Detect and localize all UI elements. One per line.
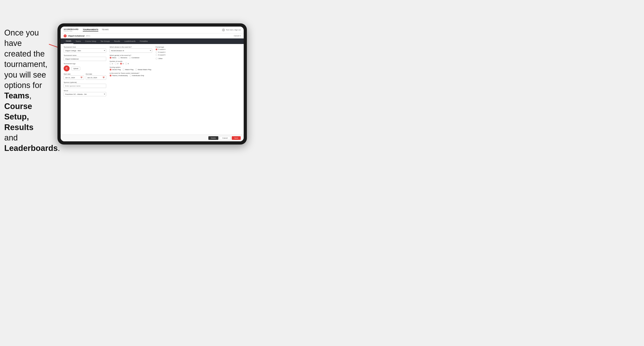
teams-plus-individuals[interactable]: Teams (+Individuals) [110, 75, 128, 76]
scoring-match-radio[interactable] [122, 69, 124, 71]
tablet-screen: SCOREBOARD Powered by clippd TOURNAMENTS… [61, 26, 244, 141]
tournament-cancel-button[interactable]: Cancel X [234, 35, 241, 37]
end-date-input[interactable]: Jan 23, 2024 📅 [86, 75, 106, 80]
tablet-frame: SCOREBOARD Powered by clippd TOURNAMENTS… [58, 23, 247, 145]
rounds-3-radio[interactable] [120, 63, 122, 65]
format-other-radio[interactable] [156, 58, 158, 59]
individuals-only-label: Individuals Only [132, 75, 144, 76]
rounds-radio-group: 1 2 3 4 [110, 63, 152, 65]
scoring-group: Scoring system Stroke Play Match Play [110, 66, 152, 71]
gender-label: Which gender is the event for? [110, 54, 152, 56]
gender-womens[interactable]: Womens [118, 57, 127, 59]
end-date-group: End date Jan 23, 2024 📅 [86, 73, 106, 80]
nav-user: Test User | Sign out [222, 28, 241, 31]
rounds-2[interactable]: 2 [115, 63, 118, 65]
rounds-3-label: 3 [122, 63, 124, 65]
format-6count4-label: 6 count 4 [158, 51, 165, 53]
scoring-stroke[interactable]: Stroke Play [110, 69, 121, 71]
division-select[interactable]: NCAA Division III [110, 48, 152, 53]
rounds-4[interactable]: 4 [125, 63, 128, 65]
logo-circle: C [64, 65, 70, 71]
logo-sub: Powered by clippd [64, 30, 78, 32]
rounds-4-radio[interactable] [125, 63, 127, 65]
tourney-gender: (Men) [86, 35, 90, 37]
rounds-label: Number of rounds [110, 60, 152, 62]
scoring-match[interactable]: Match Play [122, 69, 134, 71]
top-nav: SCOREBOARD Powered by clippd TOURNAMENTS… [61, 26, 244, 33]
rounds-2-radio[interactable] [115, 63, 117, 65]
nav-item-tournaments[interactable]: TOURNAMENTS [83, 28, 98, 31]
teams-individuals-group: Is this event for Teams and/or Individua… [110, 72, 152, 76]
division-label: Which division is the event for? [110, 46, 152, 48]
rounds-group: Number of rounds 1 2 3 [110, 60, 152, 65]
delete-button[interactable]: Delete [208, 136, 218, 140]
user-label[interactable]: Test User | Sign out [226, 29, 241, 31]
gender-mens[interactable]: Mens [110, 57, 116, 59]
venue-group: Venue Peachtree GC - Atlanta - GA [64, 90, 106, 96]
gender-group: Which gender is the event for? Mens Wome… [110, 54, 152, 59]
upload-button[interactable]: Upload [71, 67, 80, 70]
tab-course-setup[interactable]: Course Setup [83, 38, 98, 44]
gender-combined[interactable]: Combined [129, 57, 139, 59]
tournament-name-group: Tournament name [64, 54, 106, 61]
sponsor-input[interactable] [64, 84, 106, 88]
gender-combined-radio[interactable] [129, 57, 131, 59]
teams-plus-individuals-radio[interactable] [110, 75, 112, 76]
rounds-4-label: 4 [128, 63, 128, 65]
tab-printables[interactable]: Printables [138, 38, 150, 44]
rounds-1-radio[interactable] [110, 63, 112, 65]
rounds-1[interactable]: 1 [110, 63, 113, 65]
scoring-stroke-radio[interactable] [110, 69, 112, 71]
gender-womens-radio[interactable] [118, 57, 120, 59]
tournament-name-input[interactable] [64, 57, 106, 61]
tab-tee-groups[interactable]: Tee Groups [98, 38, 112, 44]
tab-results[interactable]: Results [112, 38, 122, 44]
right-column: Format type 5 count 4 6 count 4 6 cou [156, 46, 241, 127]
format-6count4[interactable]: 6 count 4 [156, 51, 241, 53]
sponsor-group: Sponsor (optional) [64, 81, 106, 88]
tab-teams[interactable]: Teams [74, 38, 83, 44]
tab-details[interactable]: Details [64, 38, 74, 44]
rounds-3[interactable]: 3 [120, 63, 124, 65]
side-text: Once you have created the tournament, yo… [0, 25, 52, 156]
start-date-group: Start date Jan 21, 2024 📅 [64, 73, 84, 80]
format-5count4-label: 5 count 4 [158, 48, 165, 50]
teams-plus-individuals-label: Teams (+Individuals) [112, 75, 128, 76]
cancel-button[interactable]: Cancel [220, 136, 230, 140]
format-5count4-radio[interactable] [156, 48, 158, 50]
rounds-1-label: 1 [112, 63, 113, 65]
tournament-host-label: Tournament Host [64, 46, 106, 48]
scoring-medal-match[interactable]: Medal Match Play [135, 69, 151, 71]
scoring-medal-match-radio[interactable] [135, 69, 137, 71]
individuals-only-radio[interactable] [130, 75, 132, 76]
tournament-host-select[interactable]: Clippd College - Men [64, 48, 106, 53]
format-6count5-radio[interactable] [156, 54, 158, 56]
date-row: Start date Jan 21, 2024 📅 End date Jan 2… [64, 73, 106, 81]
gender-mens-radio[interactable] [110, 57, 112, 59]
individuals-only[interactable]: Individuals Only [130, 75, 144, 76]
nav-item-teams[interactable]: TEAMS [102, 28, 109, 31]
format-5count4[interactable]: 5 count 4 [156, 48, 241, 50]
format-type-group: Format type 5 count 4 6 count 4 6 cou [156, 46, 241, 59]
tournament-logo-label: Tournament logo [64, 63, 106, 65]
calendar-icon-start: 📅 [80, 77, 82, 79]
gender-mens-label: Mens [112, 57, 116, 59]
middle-column: Which division is the event for? NCAA Di… [110, 46, 152, 127]
venue-select[interactable]: Peachtree GC - Atlanta - GA [64, 92, 106, 96]
format-6count5[interactable]: 6 count 5 [156, 54, 241, 56]
format-other-label: Other [158, 58, 162, 59]
sponsor-label: Sponsor (optional) [64, 81, 106, 83]
tab-leaderboards[interactable]: Leaderboards [122, 38, 138, 44]
tournament-name-label: Tournament name [64, 54, 106, 56]
format-type-radio-group: 5 count 4 6 count 4 6 count 5 [156, 48, 241, 59]
tourney-logo: C [64, 34, 66, 37]
end-date-label: End date [86, 73, 106, 75]
rounds-2-label: 2 [117, 63, 118, 65]
scoring-radio-group: Stroke Play Match Play Medal Match Play [110, 69, 152, 71]
save-button[interactable]: Save [232, 136, 241, 140]
format-type-label: Format type [156, 46, 241, 48]
start-date-input[interactable]: Jan 21, 2024 📅 [64, 75, 84, 80]
format-6count4-radio[interactable] [156, 51, 158, 53]
user-avatar [222, 28, 225, 31]
format-other[interactable]: Other [156, 58, 162, 59]
